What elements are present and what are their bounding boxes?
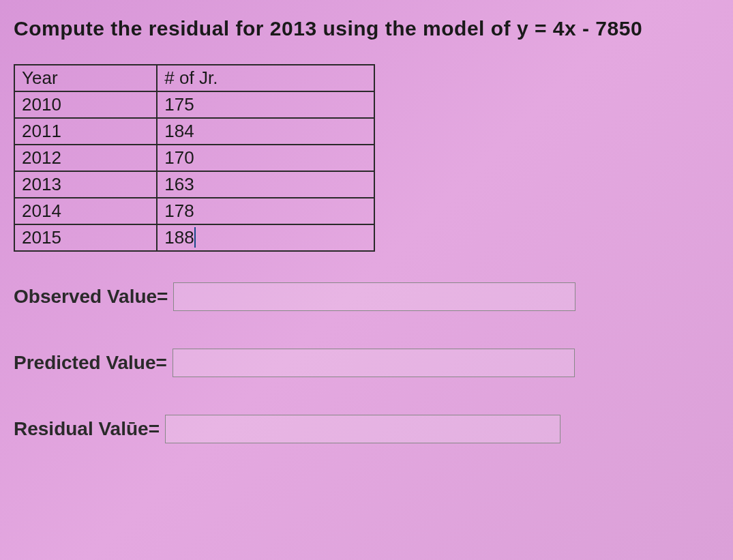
- table-row: 2015 188: [14, 224, 374, 251]
- cell-num: 184: [157, 118, 374, 145]
- table-row: 2013 163: [14, 171, 374, 198]
- observed-value-label: Observed Value=: [14, 286, 168, 308]
- cell-year: 2012: [14, 145, 157, 171]
- table-row: 2014 178: [14, 198, 374, 224]
- predicted-value-label: Predicted Value=: [14, 352, 167, 374]
- cell-num: 170: [157, 145, 374, 171]
- cell-year: 2010: [14, 91, 157, 118]
- predicted-value-row: Predicted Value=: [14, 349, 719, 377]
- cell-num: 178: [157, 198, 374, 224]
- table-row: 2010 175: [14, 91, 374, 118]
- cell-year: 2011: [14, 118, 157, 145]
- cell-num: 188: [157, 224, 374, 251]
- data-table: Year # of Jr. 2010 175 2011 184 2012 170…: [14, 64, 375, 252]
- residual-value-input[interactable]: [165, 415, 560, 443]
- table-row: 2012 170: [14, 145, 374, 171]
- observed-value-row: Observed Value=: [14, 282, 719, 311]
- cell-num: 163: [157, 171, 374, 198]
- cell-year: 2015: [14, 224, 157, 251]
- header-year: Year: [14, 65, 157, 91]
- cell-year: 2014: [14, 198, 157, 224]
- question-title: Compute the residual for 2013 using the …: [14, 17, 719, 40]
- table-header-row: Year # of Jr.: [14, 65, 374, 91]
- header-num: # of Jr.: [157, 65, 374, 91]
- table-row: 2011 184: [14, 118, 374, 145]
- cell-num: 175: [157, 91, 374, 118]
- residual-value-label: Residual Valūe=: [14, 418, 160, 440]
- residual-value-row: Residual Valūe=: [14, 415, 719, 443]
- predicted-value-input[interactable]: [173, 349, 575, 377]
- observed-value-input[interactable]: [173, 282, 575, 311]
- cell-year: 2013: [14, 171, 157, 198]
